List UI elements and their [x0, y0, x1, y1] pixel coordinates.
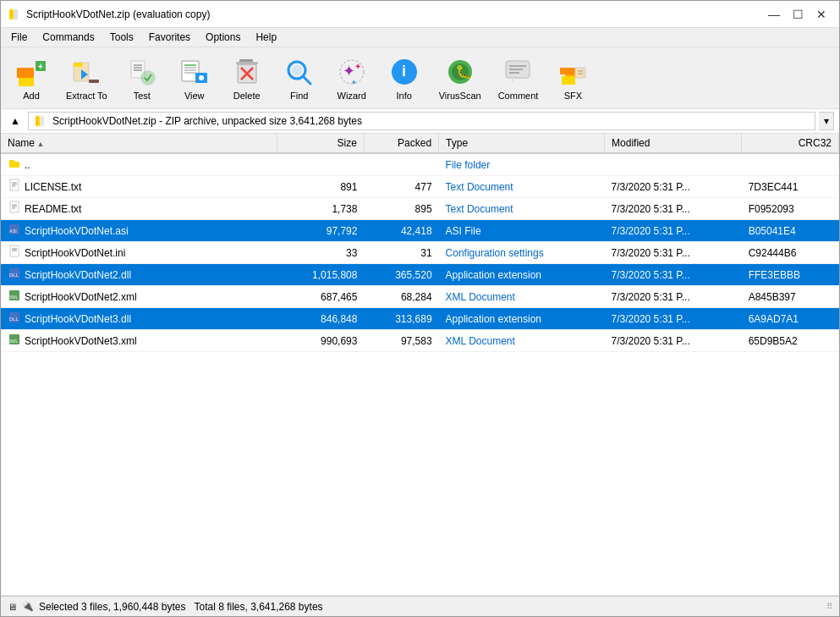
menu-item-options[interactable]: Options [199, 30, 247, 45]
svg-rect-56 [36, 120, 38, 122]
file-size [277, 153, 364, 176]
main-window: ScriptHookVDotNet.zip (evaluation copy) … [0, 0, 840, 617]
sfx-button[interactable]: SFX [547, 51, 598, 105]
file-size: 1,015,808 [277, 264, 364, 286]
file-packed: 42,418 [364, 220, 438, 242]
col-header-packed[interactable]: Packed [364, 134, 438, 153]
svg-text:✦: ✦ [354, 62, 361, 71]
address-bar: ▲ ScriptHookVDotNet.zip - ZIP archive, u… [1, 109, 839, 134]
view-icon [178, 55, 211, 89]
table-row[interactable]: DLLScriptHookVDotNet2.dll1,015,808365,52… [1, 264, 839, 286]
file-size: 687,465 [277, 286, 364, 308]
file-crc: 6A9AD7A1 [742, 308, 839, 330]
file-icon [8, 245, 21, 261]
resize-handle[interactable]: ⠿ [826, 602, 832, 611]
extract-to-button[interactable]: Extract To [58, 51, 115, 105]
svg-rect-1 [14, 9, 18, 19]
svg-marker-46 [511, 78, 514, 83]
col-header-name[interactable]: Name ▲ [1, 134, 277, 153]
col-header-modified[interactable]: Modified [605, 134, 742, 153]
table-row[interactable]: LICENSE.txt891477Text Document7/3/2020 5… [1, 176, 839, 198]
title-bar: ScriptHookVDotNet.zip (evaluation copy) … [1, 1, 839, 28]
menu-item-tools[interactable]: Tools [103, 30, 140, 45]
test-icon [125, 55, 159, 89]
nav-up-button[interactable]: ▲ [6, 112, 25, 130]
file-size: 1,738 [277, 198, 364, 220]
virusscan-button[interactable]: 🐛 VirusScan [431, 51, 489, 105]
svg-rect-25 [239, 59, 253, 62]
table-row[interactable]: DLLScriptHookVDotNet3.dll846,848313,689A… [1, 308, 839, 330]
comment-button[interactable]: Comment [491, 51, 546, 105]
file-modified: 7/3/2020 5:31 P... [605, 198, 742, 220]
file-modified: 7/3/2020 5:31 P... [605, 242, 742, 264]
table-row[interactable]: ASIScriptHookVDotNet.asi97,79242,418ASI … [1, 220, 839, 242]
hdd-icon: 🖥 [8, 602, 17, 612]
file-type: ASI File [439, 220, 605, 242]
close-button[interactable]: ✕ [810, 6, 832, 23]
find-label: Find [290, 91, 308, 101]
svg-rect-57 [36, 123, 38, 124]
col-header-crc32[interactable]: CRC32 [742, 134, 839, 153]
find-button[interactable]: Find [274, 51, 325, 105]
status-bar: 🖥 🔌 Selected 3 files, 1,960,448 bytes To… [1, 596, 839, 616]
file-name: README.txt [25, 203, 81, 215]
menu-item-file[interactable]: File [4, 30, 34, 45]
file-name: ScriptHookVDotNet2.xml [25, 291, 137, 303]
table-row[interactable]: XMLScriptHookVDotNet3.xml990,69397,583XM… [1, 330, 839, 352]
svg-rect-10 [74, 63, 82, 67]
table-row[interactable]: XMLScriptHookVDotNet2.xml687,46568,284XM… [1, 286, 839, 308]
winrar-title-icon [8, 8, 21, 21]
svg-point-31 [292, 65, 302, 75]
file-modified: 7/3/2020 5:31 P... [605, 330, 742, 352]
virusscan-label: VirusScan [439, 91, 481, 101]
file-crc: C92444B6 [742, 242, 839, 264]
file-packed: 365,520 [364, 264, 438, 286]
comment-icon [502, 55, 535, 89]
svg-text:DLL: DLL [9, 273, 19, 278]
file-modified: 7/3/2020 5:31 P... [605, 220, 742, 242]
add-button[interactable]: + Add [6, 51, 57, 105]
address-input[interactable]: ScriptHookVDotNet.zip - ZIP archive, unp… [28, 112, 815, 130]
menu-item-favorites[interactable]: Favorites [142, 30, 197, 45]
file-crc: 7D3EC441 [742, 176, 839, 198]
menu-item-help[interactable]: Help [249, 30, 283, 45]
file-modified: 7/3/2020 5:31 P... [605, 308, 742, 330]
svg-text:🐛: 🐛 [455, 63, 472, 80]
address-dropdown[interactable]: ▾ [819, 112, 834, 130]
add-icon: + [14, 55, 48, 89]
svg-text:XML: XML [9, 339, 19, 344]
file-name: ScriptHookVDotNet.ini [25, 247, 125, 259]
col-header-type[interactable]: Type [439, 134, 605, 153]
file-type: XML Document [439, 286, 605, 308]
file-table: Name ▲SizePackedTypeModifiedCRC32..File … [1, 134, 839, 352]
menu-item-commands[interactable]: Commands [36, 30, 101, 45]
maximize-button[interactable]: ☐ [787, 6, 809, 23]
address-text: ScriptHookVDotNet.zip - ZIP archive, unp… [52, 115, 362, 127]
file-list[interactable]: Name ▲SizePackedTypeModifiedCRC32..File … [1, 134, 839, 596]
extract-icon [69, 55, 103, 89]
file-type: Text Document [439, 176, 605, 198]
view-button[interactable]: View [169, 51, 220, 105]
table-row[interactable]: ScriptHookVDotNet.ini3331Configuration s… [1, 242, 839, 264]
file-name: ScriptHookVDotNet2.dll [25, 269, 131, 281]
file-packed: 895 [364, 198, 438, 220]
file-icon: XML [8, 333, 21, 349]
svg-rect-47 [562, 76, 575, 85]
menu-bar: FileCommandsToolsFavoritesOptionsHelp [1, 28, 839, 47]
status-left: 🖥 🔌 Selected 3 files, 1,960,448 bytes [8, 601, 185, 613]
table-row[interactable]: README.txt1,738895Text Document7/3/2020 … [1, 198, 839, 220]
file-icon: DLL [8, 311, 21, 327]
wizard-button[interactable]: ✦✦✦ Wizard [327, 51, 377, 105]
delete-button[interactable]: Delete [222, 51, 272, 105]
file-size: 990,693 [277, 330, 364, 352]
svg-text:XML: XML [9, 295, 19, 300]
svg-rect-49 [560, 68, 575, 74]
info-icon: i [387, 55, 421, 89]
file-type: Application extension [439, 308, 605, 330]
col-header-size[interactable]: Size [277, 134, 364, 153]
usb-icon: 🔌 [22, 601, 34, 612]
table-row[interactable]: ..File folder [1, 153, 839, 176]
test-button[interactable]: Test [117, 51, 167, 105]
info-button[interactable]: i Info [379, 51, 430, 105]
minimize-button[interactable]: — [763, 6, 785, 23]
